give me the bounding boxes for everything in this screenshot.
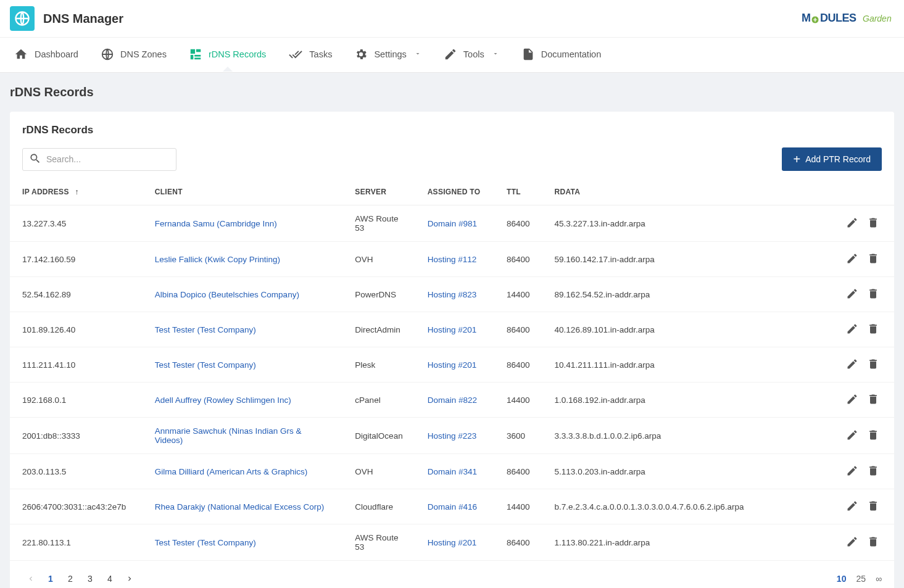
cell-client: Leslie Fallick (Kwik Copy Printing)	[143, 242, 343, 277]
client-link[interactable]: Albina Dopico (Beutelschies Company)	[155, 290, 299, 299]
delete-button[interactable]	[865, 251, 882, 268]
cell-assigned: Domain #416	[415, 489, 494, 524]
cell-server: AWS Route 53	[342, 205, 415, 242]
trash-icon	[867, 358, 879, 372]
page-next-button[interactable]	[121, 569, 138, 588]
col-header-client[interactable]: CLIENT	[143, 178, 343, 205]
client-link[interactable]: Annmarie Sawchuk (Ninas Indian Grs & Vid…	[155, 426, 302, 445]
search-input[interactable]	[46, 154, 170, 164]
cell-rdata: 1.0.168.192.in-addr.arpa	[542, 383, 807, 418]
edit-button[interactable]	[844, 391, 861, 408]
nav-tools[interactable]: Tools	[440, 38, 503, 72]
client-link[interactable]: Adell Auffrey (Rowley Schlimgen Inc)	[155, 395, 291, 405]
edit-button[interactable]	[844, 215, 861, 232]
assigned-link[interactable]: Hosting #223	[428, 431, 477, 441]
page-number-button[interactable]: 4	[101, 569, 118, 588]
assigned-link[interactable]: Domain #822	[428, 395, 477, 405]
assigned-link[interactable]: Domain #981	[428, 219, 477, 228]
nav-rdns-records[interactable]: rDNS Records	[185, 38, 270, 72]
trash-icon	[867, 393, 879, 407]
client-link[interactable]: Rhea Darakjy (National Medical Excess Co…	[155, 502, 325, 511]
cell-assigned: Hosting #201	[415, 312, 494, 347]
trash-icon	[867, 429, 879, 443]
assigned-link[interactable]: Hosting #201	[428, 360, 477, 370]
client-link[interactable]: Test Tester (Test Company)	[155, 325, 256, 334]
cell-ip: 17.142.160.59	[10, 242, 143, 277]
client-link[interactable]: Test Tester (Test Company)	[155, 360, 256, 370]
delete-button[interactable]	[865, 215, 882, 232]
cell-ip: 221.80.113.1	[10, 524, 143, 561]
add-ptr-record-button[interactable]: + Add PTR Record	[782, 147, 882, 171]
col-header-ttl[interactable]: TTL	[494, 178, 542, 205]
col-header-server[interactable]: SERVER	[342, 178, 415, 205]
table-row: 111.211.41.10Test Tester (Test Company)P…	[10, 347, 894, 383]
cell-ttl: 86400	[494, 524, 542, 561]
trash-icon	[867, 217, 879, 231]
cell-assigned: Hosting #223	[415, 418, 494, 454]
per-page-option[interactable]: 10	[837, 574, 847, 584]
cell-actions	[807, 489, 895, 524]
delete-button[interactable]	[865, 534, 882, 551]
delete-button[interactable]	[865, 321, 882, 338]
delete-button[interactable]	[865, 356, 882, 373]
assigned-link[interactable]: Hosting #823	[428, 290, 477, 299]
table-row: 203.0.113.5Gilma Dilliard (American Arts…	[10, 454, 894, 489]
page-number-button[interactable]: 3	[81, 569, 99, 588]
cell-actions	[807, 205, 895, 242]
client-link[interactable]: Fernanda Samu (Cambridge Inn)	[155, 219, 277, 228]
plus-icon: +	[793, 153, 800, 165]
page-prev-button[interactable]	[22, 569, 39, 588]
svg-text:DULES: DULES	[820, 12, 856, 24]
page-number-button[interactable]: 2	[62, 569, 79, 588]
svg-rect-10	[194, 55, 201, 57]
assigned-link[interactable]: Hosting #201	[428, 325, 477, 334]
per-page-option[interactable]: 25	[856, 574, 866, 584]
client-link[interactable]: Gilma Dilliard (American Arts & Graphics…	[155, 467, 308, 476]
cell-ttl: 86400	[494, 347, 542, 383]
page-number-button[interactable]: 1	[42, 569, 59, 588]
delete-button[interactable]	[865, 498, 882, 515]
cell-assigned: Domain #822	[415, 383, 494, 418]
cell-ttl: 86400	[494, 205, 542, 242]
pencil-icon	[846, 500, 858, 514]
nav-documentation[interactable]: Documentation	[518, 38, 605, 72]
edit-button[interactable]	[844, 286, 861, 303]
edit-button[interactable]	[844, 251, 861, 268]
nav-dns-zones[interactable]: DNS Zones	[97, 38, 170, 72]
search-box[interactable]	[22, 148, 176, 171]
assigned-link[interactable]: Hosting #201	[428, 538, 477, 547]
assigned-link[interactable]: Domain #341	[428, 467, 477, 476]
col-header-rdata[interactable]: RDATA	[542, 178, 807, 205]
edit-button[interactable]	[844, 498, 861, 515]
delete-button[interactable]	[865, 463, 882, 480]
delete-button[interactable]	[865, 286, 882, 303]
search-icon	[29, 152, 41, 167]
assigned-link[interactable]: Domain #416	[428, 502, 477, 511]
client-link[interactable]: Leslie Fallick (Kwik Copy Printing)	[155, 255, 280, 264]
nav-dashboard[interactable]: Dashboard	[10, 38, 82, 72]
nav-label: DNS Zones	[120, 49, 167, 59]
delete-button[interactable]	[865, 427, 882, 444]
edit-button[interactable]	[844, 463, 861, 480]
cell-client: Adell Auffrey (Rowley Schlimgen Inc)	[143, 383, 343, 418]
cell-ip: 2001:db8::3333	[10, 418, 143, 454]
add-ptr-label: Add PTR Record	[805, 154, 871, 164]
svg-rect-8	[196, 49, 201, 52]
col-header-ip[interactable]: IP ADDRESS ↑	[10, 178, 143, 205]
per-page-option[interactable]: ∞	[876, 574, 882, 584]
edit-button[interactable]	[844, 356, 861, 373]
delete-button[interactable]	[865, 391, 882, 408]
edit-button[interactable]	[844, 427, 861, 444]
col-header-assigned[interactable]: ASSIGNED TO	[415, 178, 494, 205]
nav-settings[interactable]: Settings	[350, 38, 425, 72]
edit-button[interactable]	[844, 534, 861, 551]
edit-button[interactable]	[844, 321, 861, 338]
nav-tasks[interactable]: Tasks	[284, 38, 336, 72]
cell-ip: 101.89.126.40	[10, 312, 143, 347]
cell-rdata: b.7.e.2.3.4.c.a.0.0.0.1.3.0.3.0.0.4.7.6.…	[542, 489, 807, 524]
trash-icon	[867, 323, 879, 337]
assigned-link[interactable]: Hosting #112	[428, 255, 477, 264]
cell-actions	[807, 383, 895, 418]
client-link[interactable]: Test Tester (Test Company)	[155, 538, 256, 547]
cell-client: Gilma Dilliard (American Arts & Graphics…	[143, 454, 343, 489]
